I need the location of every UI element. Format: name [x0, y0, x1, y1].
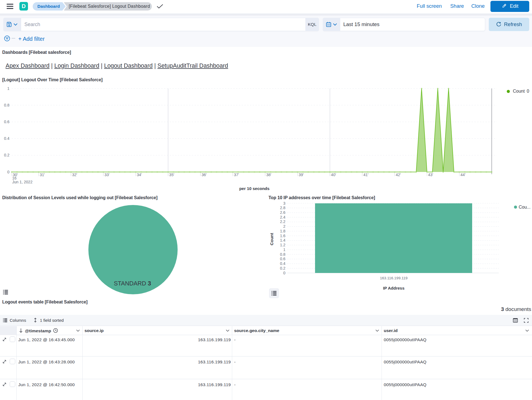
svg-text:0.6: 0.6	[4, 120, 10, 124]
svg-text:Count: Count	[269, 233, 274, 245]
svg-text:42': 42'	[396, 173, 401, 177]
svg-text:0.4: 0.4	[4, 136, 10, 141]
svg-text:31': 31'	[40, 173, 45, 177]
svg-text:0.2: 0.2	[280, 266, 286, 270]
svg-text:41': 41'	[363, 173, 368, 177]
svg-text:40': 40'	[331, 173, 336, 177]
svg-text:0.8: 0.8	[4, 103, 10, 107]
svg-text:1.4: 1.4	[280, 238, 286, 242]
svg-text:43': 43'	[428, 173, 433, 177]
svg-text:163.116.199.119: 163.116.199.119	[380, 276, 407, 280]
svg-text:Jun 1, 2022: Jun 1, 2022	[12, 180, 32, 184]
svg-text:2.4: 2.4	[280, 215, 286, 219]
svg-text:2.2: 2.2	[280, 219, 286, 224]
svg-text:1.2: 1.2	[280, 243, 286, 247]
svg-text:2: 2	[283, 224, 285, 229]
svg-text:37': 37'	[234, 173, 239, 177]
svg-text:33': 33'	[104, 173, 109, 177]
svg-text:1: 1	[283, 247, 285, 252]
svg-text:1.6: 1.6	[280, 234, 286, 238]
svg-text:32': 32'	[72, 173, 77, 177]
svg-text:3: 3	[283, 201, 285, 206]
svg-text:2.6: 2.6	[280, 210, 286, 215]
svg-text:0.6: 0.6	[280, 257, 286, 261]
svg-text:0: 0	[283, 271, 285, 275]
svg-text:0.4: 0.4	[280, 261, 286, 266]
svg-text:36': 36'	[201, 173, 206, 177]
svg-text:39': 39'	[299, 173, 304, 177]
svg-text:35': 35'	[169, 173, 174, 177]
svg-text:0.8: 0.8	[280, 252, 286, 257]
svg-text:1: 1	[7, 86, 9, 91]
svg-text:0.2: 0.2	[4, 153, 10, 157]
svg-text:2.8: 2.8	[280, 206, 286, 210]
svg-text:IP Address: IP Address	[383, 286, 405, 290]
svg-text:34': 34'	[137, 173, 142, 177]
svg-text:0: 0	[7, 170, 9, 174]
svg-text:1.8: 1.8	[280, 229, 286, 233]
svg-text:38': 38'	[266, 173, 271, 177]
svg-text:44': 44'	[461, 173, 466, 177]
